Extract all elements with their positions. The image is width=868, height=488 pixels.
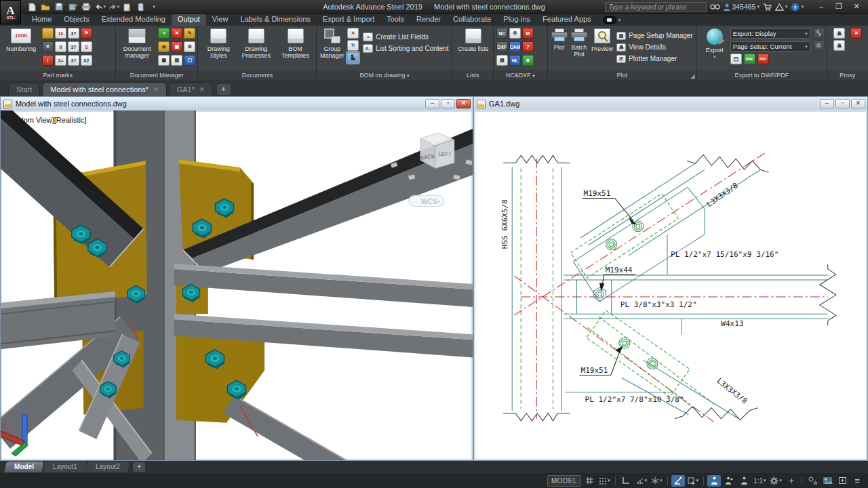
tab-featured-apps[interactable]: Featured Apps — [536, 14, 597, 26]
layout-tab-model[interactable]: Model — [4, 462, 43, 472]
renumber-icon[interactable]: 02 — [81, 55, 92, 66]
tab-render[interactable]: Render — [410, 14, 447, 26]
dxf-icon[interactable]: DXF — [496, 41, 508, 52]
detail-style-icon[interactable]: ✎ — [184, 28, 195, 39]
tab-output[interactable]: Output — [172, 14, 206, 26]
export-button[interactable]: Export▾ — [699, 27, 730, 69]
add-document-icon[interactable]: ＋ — [158, 28, 170, 39]
check-numbering-icon[interactable]: 3? — [68, 28, 79, 39]
media-badge-icon[interactable]: ▾ — [603, 14, 621, 26]
prefix-settings-icon[interactable] — [42, 28, 54, 39]
preview-document-icon[interactable]: ▢ — [184, 55, 195, 66]
view-details-button[interactable]: 🖶 View Details — [614, 41, 695, 53]
drawing-styles-button[interactable]: Drawing Styles — [201, 27, 236, 69]
page-setup-combo[interactable]: Page Setup: Current▾ — [730, 41, 810, 52]
bom-edit-icon[interactable]: ✕ — [347, 28, 359, 39]
isolate-objects-icon[interactable] — [806, 475, 819, 487]
ga1-viewport[interactable]: HSS 6X6X5/8 — [474, 110, 867, 460]
customization-icon[interactable]: ≡ — [850, 475, 864, 487]
panel-label-plot[interactable]: Plot◢ — [548, 70, 696, 80]
restore-button[interactable]: ❐ — [830, 1, 848, 13]
workspace-gear-icon[interactable]: ▾ — [768, 475, 783, 487]
proxy-print-icon[interactable]: 🖶 — [833, 28, 845, 39]
check-numbering-3-icon[interactable]: 3? — [68, 55, 79, 66]
profile-marks-icon[interactable]: ΙΙ — [55, 41, 66, 52]
group-manager-button[interactable]: Group Manager — [319, 27, 345, 69]
nc-icon[interactable]: NC — [496, 28, 508, 39]
preview-button[interactable]: Preview — [590, 27, 614, 69]
tab-objects[interactable]: Objects — [58, 14, 95, 26]
hl-icon[interactable]: HL — [509, 55, 521, 66]
polar-tracking-icon[interactable]: ▾ — [634, 475, 649, 487]
create-lists-button[interactable]: Create lists — [456, 27, 490, 69]
new-file-icon[interactable] — [26, 1, 38, 12]
plot-button[interactable]: Plot — [550, 27, 569, 69]
machine-icon[interactable]: ⚙ — [509, 28, 521, 39]
list-sorting-button[interactable]: A↓ List Sorting and Content — [361, 43, 450, 54]
doc-tab-ga1[interactable]: GA1*✕ — [169, 82, 213, 96]
unmark-icon[interactable]: ✕ — [42, 41, 54, 52]
tab-extended-modeling[interactable]: Extended Modeling — [96, 14, 172, 26]
model-viewport[interactable]: [Custom View][Realistic] — [1, 110, 473, 460]
status-plus-icon[interactable]: + — [785, 475, 798, 487]
autoscale-icon[interactable] — [722, 475, 736, 487]
cam-icon[interactable]: CAM — [509, 41, 521, 52]
app-store-cart-icon[interactable] — [763, 3, 772, 11]
redo-icon[interactable]: ▾ — [107, 1, 119, 12]
seven-export-icon[interactable]: 7 — [522, 41, 534, 52]
ga1-window-close-button[interactable]: ✕ — [851, 99, 865, 108]
numbering-button[interactable]: 1000 Numbering — [2, 27, 40, 69]
create-list-fields-button[interactable]: ≡ Create List Fields — [361, 31, 450, 43]
isodraft-icon[interactable]: ▾ — [650, 475, 664, 487]
revision-document-icon[interactable]: ▣ — [171, 41, 182, 52]
page-setup-manager-button[interactable]: ▤ Page Setup Manager — [614, 30, 695, 41]
minimize-button[interactable]: – — [812, 1, 830, 13]
search-icon[interactable] — [710, 3, 720, 11]
ortho-mode-icon[interactable] — [619, 475, 633, 487]
m-export-icon[interactable]: M — [522, 28, 534, 39]
ga1-window-titlebar[interactable]: GA1.dwg – ▫ ✕ — [474, 97, 867, 110]
plotter-manager-button[interactable]: ⎚ Plotter Manager — [614, 53, 695, 64]
transfer-icon[interactable] — [134, 1, 146, 12]
doc-tab-ga1-close-icon[interactable]: ✕ — [199, 86, 205, 93]
grid-display-icon[interactable] — [583, 475, 596, 487]
compare-marks-icon[interactable]: 2= — [55, 55, 66, 66]
issue-document-icon[interactable]: ▦ — [158, 55, 170, 66]
annotation-scale-icon[interactable] — [737, 475, 751, 487]
nc-settings-icon[interactable]: ▤ — [496, 55, 508, 66]
diamond-export-icon[interactable]: ◆ — [522, 55, 534, 66]
dwf-icon[interactable]: DWF — [744, 54, 755, 64]
plot-icon[interactable] — [80, 1, 92, 12]
undo-icon[interactable]: ▾ — [94, 1, 106, 12]
graphics-performance-icon[interactable] — [821, 475, 834, 487]
doc-tab-start[interactable]: Start — [8, 82, 40, 96]
model-window-close-button[interactable]: ✕ — [456, 99, 471, 108]
close-button[interactable]: ✕ — [848, 1, 865, 13]
help-icon[interactable]: ?▾ — [791, 3, 804, 12]
document-manager-button[interactable]: Document manager — [118, 27, 156, 69]
tab-export-import[interactable]: Export & Import — [317, 14, 380, 26]
panel-label-bom[interactable]: BOM on drawing ▾ — [317, 70, 452, 80]
export-window-icon[interactable]: ▚ — [813, 28, 825, 39]
bom-update-icon[interactable]: ↻ — [347, 40, 359, 51]
proxy-preview-icon[interactable]: 🖶 — [833, 40, 845, 51]
bom-select-icon[interactable]: ▙ — [347, 52, 359, 63]
model-space-button[interactable]: MODEL — [547, 475, 581, 487]
drawing-processes-button[interactable]: Drawing Processes — [237, 27, 275, 69]
batch-plot-button[interactable]: Batch Plot — [568, 27, 589, 69]
model-window-titlebar[interactable]: Model with steel connections.dwg – ▫ ✕ — [1, 97, 473, 110]
export-copy-icon[interactable]: ▥ — [813, 40, 825, 51]
export-type-combo[interactable]: Export: Display▾ — [730, 28, 810, 39]
layout-tab-layout2[interactable]: Layout2 — [86, 462, 130, 472]
single-mark-icon[interactable]: S — [81, 41, 92, 52]
bom-templates-button[interactable]: BOM Templates — [277, 27, 315, 69]
snap-mode-icon[interactable]: ▾ — [597, 475, 612, 487]
doc-tab-model-close-icon[interactable]: ✕ — [153, 86, 159, 93]
check-numbering-2-icon[interactable]: 3? — [68, 41, 79, 52]
pdf-icon[interactable]: PDF — [757, 54, 769, 64]
model-window-maximize-button[interactable]: ▫ — [441, 99, 455, 108]
open-folder-icon[interactable] — [39, 1, 52, 12]
tab-plug-ins[interactable]: Plug-ins — [497, 14, 536, 26]
app-logo[interactable]: A STL — [0, 0, 21, 24]
save-icon[interactable] — [53, 1, 65, 12]
